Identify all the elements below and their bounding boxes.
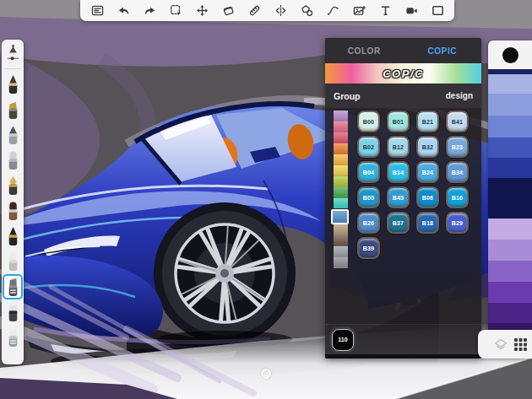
tool-sidebar	[2, 40, 24, 364]
time-lapse-button[interactable]	[402, 2, 421, 20]
color-group-5[interactable]	[334, 165, 348, 176]
shade-1[interactable]	[488, 74, 532, 94]
active-color-indicator[interactable]	[502, 47, 518, 63]
copic-swatch-B04[interactable]: B04	[357, 161, 380, 183]
tool-pencil[interactable]	[3, 72, 23, 97]
shade-2[interactable]	[488, 94, 532, 116]
symmetry-button[interactable]	[271, 2, 290, 20]
tool-copic-marker-wide[interactable]	[3, 325, 23, 350]
copic-swatch-B32[interactable]: B32	[416, 136, 439, 158]
swatch-grid: B00B01B21B41B02B12B32B23B04B14B24B34B05B…	[357, 111, 469, 259]
text-button[interactable]	[376, 2, 394, 20]
shade-7[interactable]	[488, 218, 532, 240]
undo-button[interactable]	[114, 2, 133, 20]
tool-marker-yellow[interactable]	[3, 97, 23, 122]
shade-8[interactable]	[488, 240, 532, 261]
design-label[interactable]: design	[446, 91, 473, 100]
color-group-6[interactable]	[334, 176, 348, 187]
shade-5[interactable]	[488, 158, 532, 178]
copic-swatch-B00[interactable]: B00	[357, 111, 380, 132]
undo-icon	[117, 4, 130, 17]
copic-footer: 110	[325, 324, 481, 359]
tab-copic[interactable]: COPIC	[404, 46, 482, 56]
shade-strip-header	[488, 40, 532, 69]
color-group-11[interactable]	[334, 235, 348, 246]
tool-pen-nib[interactable]	[3, 173, 23, 198]
color-group-4[interactable]	[334, 154, 348, 165]
bottom-bar	[478, 330, 532, 359]
copic-swatch-B06[interactable]: B06	[416, 186, 439, 208]
copic-swatch-B34[interactable]: B34	[446, 161, 469, 183]
tool-round-brush[interactable]	[3, 198, 23, 224]
color-group-12[interactable]	[334, 246, 348, 257]
tool-airbrush[interactable]	[3, 122, 23, 148]
round-brush-icon	[5, 201, 21, 222]
symmetry-icon	[274, 4, 287, 17]
copic-brand-band: COP/C	[325, 63, 481, 84]
shade-9[interactable]	[488, 261, 532, 282]
color-group-3[interactable]	[334, 143, 348, 154]
shade-10[interactable]	[488, 282, 532, 303]
tool-copic-marker[interactable]	[3, 274, 23, 299]
copic-swatch-B37[interactable]: B37	[387, 212, 410, 234]
group-label[interactable]: Group	[334, 91, 361, 101]
recent-swatch-110[interactable]: 110	[332, 329, 354, 351]
shade-strip	[488, 69, 532, 332]
swatch-code: B16	[452, 195, 463, 201]
color-group-1[interactable]	[334, 121, 348, 132]
swatch-code: B23	[452, 144, 463, 150]
swatch-code: B34	[452, 170, 463, 175]
transform-button[interactable]	[193, 2, 211, 20]
copic-swatch-B21[interactable]: B21	[416, 111, 439, 132]
frame-icon	[432, 4, 444, 17]
import-image-button[interactable]	[350, 2, 368, 20]
copic-swatch-B23[interactable]: B23	[446, 136, 469, 158]
copic-swatch-B26[interactable]: B26	[357, 212, 380, 234]
brush-settings-icon	[5, 44, 21, 65]
canvas-pivot-indicator[interactable]	[261, 369, 271, 379]
copic-swatch-B18[interactable]: B18	[416, 212, 439, 234]
color-group-2[interactable]	[334, 132, 348, 143]
copic-swatch-B02[interactable]: B02	[357, 136, 380, 158]
ruler-button[interactable]	[245, 2, 263, 20]
tool-marker-bullet[interactable]	[3, 148, 23, 173]
shade-6[interactable]	[488, 178, 532, 218]
copic-swatch-B14[interactable]: B14	[387, 161, 410, 183]
shapes-icon	[301, 4, 313, 17]
color-group-8[interactable]	[334, 198, 348, 209]
color-group-13[interactable]	[334, 257, 348, 268]
copic-swatch-B12[interactable]: B12	[387, 136, 410, 158]
shapes-button[interactable]	[297, 2, 316, 20]
tool-flat-marker[interactable]	[3, 299, 23, 325]
tool-ink-pen[interactable]	[3, 224, 23, 249]
color-group-9[interactable]	[331, 209, 349, 224]
gallery-grid-button[interactable]	[513, 337, 528, 352]
tool-brush-settings[interactable]	[3, 41, 23, 67]
steady-stroke-button[interactable]	[323, 2, 342, 20]
shade-11[interactable]	[488, 303, 532, 323]
color-group-10[interactable]	[334, 224, 348, 235]
fill-button[interactable]	[219, 2, 237, 20]
swatch-code: B18	[422, 220, 433, 226]
copic-swatch-B41[interactable]: B41	[446, 111, 469, 132]
copic-swatch-B29[interactable]: B29	[446, 212, 469, 234]
grid-icon	[513, 337, 528, 352]
copic-swatch-B16[interactable]: B16	[446, 186, 469, 208]
tool-pastel[interactable]	[3, 249, 23, 274]
copic-swatch-B45[interactable]: B45	[387, 186, 410, 208]
copic-swatch-B24[interactable]: B24	[416, 161, 439, 183]
new-view-button[interactable]	[428, 2, 447, 20]
copic-swatch-B01[interactable]: B01	[387, 111, 410, 132]
shade-3[interactable]	[488, 116, 532, 137]
pen-nib-icon	[5, 175, 21, 197]
copic-swatch-B05[interactable]: B05	[357, 186, 380, 208]
layers-button[interactable]	[493, 337, 508, 352]
shade-4[interactable]	[488, 137, 532, 158]
copic-swatch-B39[interactable]: B39	[357, 237, 380, 259]
redo-button[interactable]	[140, 2, 159, 20]
color-group-0[interactable]	[334, 111, 348, 121]
menu-button[interactable]	[88, 2, 106, 20]
tab-color[interactable]: COLOR	[325, 46, 404, 56]
selection-button[interactable]	[166, 2, 185, 20]
color-group-7[interactable]	[334, 187, 348, 198]
